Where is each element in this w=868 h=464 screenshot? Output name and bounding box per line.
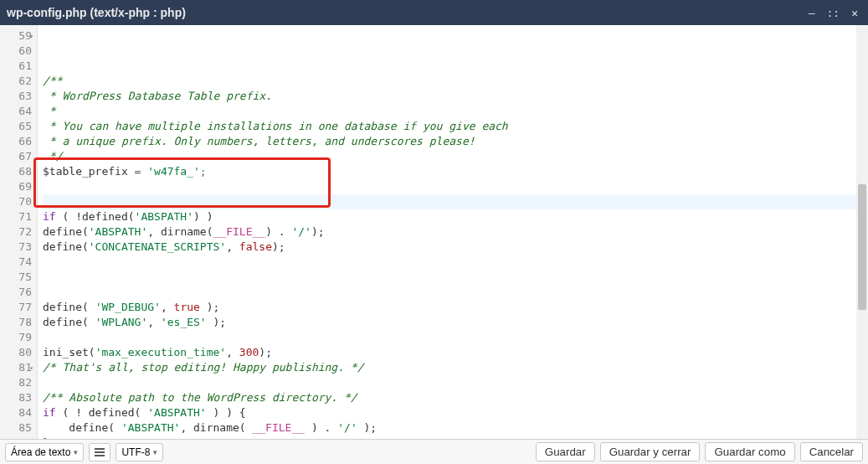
line-number: 81 bbox=[0, 360, 32, 375]
line-number: 71 bbox=[0, 209, 32, 224]
code-area[interactable]: /** * WordPress Database Table prefix. *… bbox=[38, 25, 868, 439]
line-number: 79 bbox=[0, 330, 32, 345]
encoding-label: UTF-8 bbox=[121, 446, 150, 458]
line-number: 77 bbox=[0, 300, 32, 315]
line-number: 63 bbox=[0, 89, 32, 104]
encoding-selector[interactable]: UTF-8 ▾ bbox=[116, 443, 163, 461]
code-line[interactable]: /* That's all, stop editing! Happy publi… bbox=[43, 360, 868, 375]
line-number: 66 bbox=[0, 134, 32, 149]
line-number: 83 bbox=[0, 390, 32, 405]
line-number: 64 bbox=[0, 104, 32, 119]
line-number: 59 bbox=[0, 28, 32, 44]
code-line[interactable]: if ( ! defined( 'ABSPATH' ) ) { bbox=[43, 405, 868, 420]
line-number: 69 bbox=[0, 179, 32, 194]
code-line[interactable]: ini_set('max_execution_time', 300); bbox=[43, 345, 868, 360]
chevron-down-icon: ▾ bbox=[74, 448, 78, 456]
line-number: 68 bbox=[0, 164, 32, 179]
chevron-down-icon: ▾ bbox=[153, 448, 157, 456]
code-line[interactable] bbox=[43, 179, 868, 194]
line-number: 65 bbox=[0, 119, 32, 134]
save-as-button[interactable]: Guardar como bbox=[705, 442, 794, 461]
code-editor[interactable]: 5960616263646566676869707172737475767778… bbox=[0, 25, 868, 439]
code-line[interactable] bbox=[43, 194, 868, 209]
code-line[interactable]: define('ABSPATH', dirname(__FILE__) . '/… bbox=[43, 224, 868, 240]
window-controls: — :: ✕ bbox=[805, 5, 861, 21]
code-line[interactable] bbox=[43, 330, 868, 345]
mode-selector[interactable]: Área de texto ▾ bbox=[5, 443, 84, 461]
vertical-scrollbar[interactable] bbox=[856, 25, 868, 439]
code-line[interactable]: /** bbox=[43, 74, 868, 89]
minimize-icon[interactable]: — bbox=[805, 5, 819, 21]
mode-label: Área de texto bbox=[11, 446, 70, 458]
code-line[interactable]: define( 'WP_DEBUG', true ); bbox=[43, 300, 868, 315]
code-line[interactable]: * WordPress Database Table prefix. bbox=[43, 89, 868, 104]
code-line[interactable]: $table_prefix = 'w47fa_'; bbox=[43, 164, 868, 179]
line-gutter: 5960616263646566676869707172737475767778… bbox=[0, 25, 38, 439]
line-number: 74 bbox=[0, 255, 32, 270]
code-line[interactable]: */ bbox=[43, 149, 868, 164]
save-button[interactable]: Guardar bbox=[536, 442, 595, 461]
line-number: 62 bbox=[0, 74, 32, 89]
window-titlebar: wp-config.php (text/x-php : php) — :: ✕ bbox=[0, 0, 868, 25]
code-line[interactable]: * a unique prefix. Only numbers, letters… bbox=[43, 134, 868, 149]
editor-footer: Área de texto ▾ UTF-8 ▾ Guardar Guardar … bbox=[0, 439, 868, 464]
code-line[interactable] bbox=[43, 375, 868, 390]
line-number: 76 bbox=[0, 285, 32, 300]
line-number: 60 bbox=[0, 44, 32, 59]
code-line[interactable]: define('CONCATENATE_SCRIPTS', false); bbox=[43, 240, 868, 255]
line-number: 72 bbox=[0, 224, 32, 240]
code-line[interactable] bbox=[43, 270, 868, 285]
code-line[interactable]: * bbox=[43, 104, 868, 119]
code-line[interactable] bbox=[43, 285, 868, 300]
line-number: 82 bbox=[0, 375, 32, 390]
line-number: 67 bbox=[0, 149, 32, 164]
line-number: 84 bbox=[0, 405, 32, 420]
save-and-close-button[interactable]: Guardar y cerrar bbox=[600, 442, 701, 461]
cancel-button[interactable]: Cancelar bbox=[800, 442, 863, 461]
scrollbar-thumb[interactable] bbox=[858, 184, 866, 310]
line-number: 73 bbox=[0, 240, 32, 255]
code-line[interactable]: define( 'ABSPATH', dirname( __FILE__ ) .… bbox=[43, 420, 868, 436]
close-icon[interactable]: ✕ bbox=[848, 5, 861, 21]
window-title: wp-config.php (text/x-php : php) bbox=[7, 6, 186, 19]
line-number: 75 bbox=[0, 270, 32, 285]
settings-button[interactable] bbox=[89, 443, 110, 461]
code-line[interactable]: if ( !defined('ABSPATH') ) bbox=[43, 209, 868, 224]
line-number: 80 bbox=[0, 345, 32, 360]
code-line[interactable]: define( 'WPLANG', 'es_ES' ); bbox=[43, 315, 868, 330]
line-number: 70 bbox=[0, 194, 32, 209]
code-line[interactable]: * You can have multiple installations in… bbox=[43, 119, 868, 134]
line-number: 61 bbox=[0, 59, 32, 74]
code-line[interactable]: /** Absolute path to the WordPress direc… bbox=[43, 390, 868, 405]
menu-icon bbox=[95, 448, 105, 456]
maximize-icon[interactable]: :: bbox=[824, 5, 844, 21]
code-line[interactable] bbox=[43, 255, 868, 270]
line-number: 78 bbox=[0, 315, 32, 330]
line-number: 85 bbox=[0, 420, 32, 436]
